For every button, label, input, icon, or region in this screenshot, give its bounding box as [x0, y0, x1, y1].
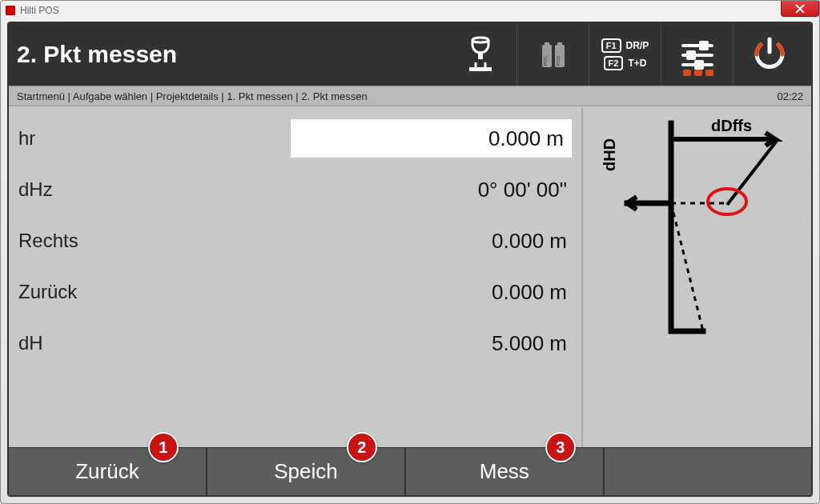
app-title: Hilti POS — [20, 5, 59, 16]
dhz-label: dHz — [18, 178, 147, 201]
clock: 02:22 — [777, 90, 803, 102]
settings-button[interactable] — [661, 23, 733, 86]
row-rechts: Rechts 0.000 m — [18, 218, 572, 264]
svg-point-0 — [472, 38, 488, 42]
app-frame: 2. Pkt messen — [7, 22, 813, 497]
readings-panel: hr 0.000 m dHz 0° 00' 00" Rechts 0.000 m… — [9, 107, 583, 447]
titlebar: Hilti POS — [1, 1, 819, 20]
axis-v-label: dHD — [601, 138, 618, 171]
page-title: 2. Pkt messen — [17, 41, 444, 68]
header-bar: 2. Pkt messen — [9, 23, 811, 86]
row-zurueck: Zurück 0.000 m — [18, 269, 572, 315]
f2-key: F2 — [604, 56, 624, 70]
dh-value: 5.000 m — [147, 331, 572, 356]
measure-button-label: Mess — [480, 459, 529, 484]
svg-text:POC: POC — [543, 55, 548, 66]
save-button-label: Speich — [274, 459, 338, 484]
window-close-button[interactable] — [781, 1, 819, 17]
rechts-value: 0.000 m — [147, 229, 572, 254]
sliders-icon — [681, 41, 713, 68]
battery-icon: POC POS — [536, 37, 571, 72]
badge-1: 1 — [148, 432, 179, 462]
row-hr: hr 0.000 m — [18, 115, 572, 162]
fkey-f1-row: F1 DR/P — [601, 38, 649, 53]
f1-key: F1 — [601, 38, 621, 53]
svg-text:POS: POS — [556, 56, 561, 66]
app-icon — [6, 6, 15, 15]
dhz-value: 0° 00' 00" — [147, 178, 572, 202]
svg-rect-4 — [545, 42, 549, 45]
header-icons: POC POS F1 DR/P F2 T+D — [444, 23, 805, 86]
close-icon — [795, 4, 805, 14]
svg-rect-1 — [478, 51, 483, 59]
measure-button[interactable]: 3 Mess — [406, 448, 605, 495]
svg-point-9 — [708, 189, 746, 214]
breadcrumb-bar: Startmenü | Aufgabe wählen | Projektdeta… — [9, 86, 811, 106]
f1-label: DR/P — [626, 40, 649, 51]
power-button[interactable] — [733, 23, 805, 86]
f2-label: T+D — [628, 58, 646, 69]
zurueck-label: Zurück — [18, 281, 147, 303]
action-bar: 1 Zurück 2 Speich 3 Mess — [9, 447, 811, 495]
fkey-panel[interactable]: F1 DR/P F2 T+D — [589, 23, 661, 86]
axis-h-label: dDffs — [711, 117, 752, 134]
badge-3: 3 — [545, 432, 576, 462]
dh-label: dH — [18, 332, 147, 354]
instrument-icon — [464, 35, 496, 74]
badge-2: 2 — [347, 432, 377, 462]
rechts-label: Rechts — [18, 230, 147, 252]
save-button[interactable]: 2 Speich — [207, 448, 406, 495]
app-window: Hilti POS 2. Pkt messen — [0, 0, 820, 504]
breadcrumb[interactable]: Startmenü | Aufgabe wählen | Projektdeta… — [17, 90, 777, 102]
back-button-label: Zurück — [75, 459, 139, 484]
back-button[interactable]: 1 Zurück — [9, 448, 207, 495]
fkey-f2-row: F2 T+D — [604, 56, 647, 70]
row-dh: dH 5.000 m — [18, 320, 572, 366]
instrument-button[interactable] — [444, 23, 517, 86]
offset-diagram-icon: dHD dDffs — [591, 115, 803, 355]
action-slot-empty — [605, 448, 811, 495]
hr-label: hr — [18, 127, 147, 150]
svg-rect-6 — [557, 42, 562, 45]
power-icon — [750, 34, 790, 74]
main-area: hr 0.000 m dHz 0° 00' 00" Rechts 0.000 m… — [9, 106, 811, 447]
svg-rect-2 — [469, 67, 492, 71]
diagram-panel: dHD dDffs — [583, 107, 811, 447]
battery-button[interactable]: POC POS — [517, 23, 589, 86]
row-dhz: dHz 0° 00' 00" — [18, 166, 572, 213]
hr-input[interactable]: 0.000 m — [291, 119, 572, 158]
zurueck-value: 0.000 m — [147, 280, 572, 305]
